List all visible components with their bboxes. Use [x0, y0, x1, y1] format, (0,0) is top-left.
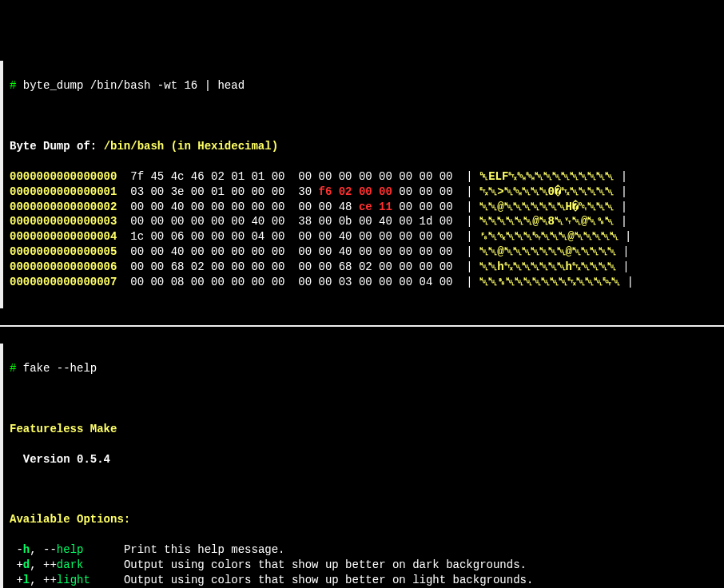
option-row: +l, ++light Output using colors that sho… [10, 573, 718, 588]
address: 0000000000000003 [10, 215, 117, 228]
dump-title: Byte Dump of: /bin/bash (in Hexidecimal) [10, 139, 718, 154]
ascii-column: ␃␀>␀␁␀␀␀0�␂␀␀␀␀␀ [473, 185, 621, 198]
terminal-output: # byte_dump /bin/bash -wt 16 | head Byte… [0, 61, 724, 308]
long-option: light [57, 574, 110, 586]
address: 0000000000000006 [10, 260, 117, 273]
program-title: Featureless Make [10, 422, 718, 437]
option-description: Output using colors that show up better … [124, 574, 533, 586]
options-heading: Available Options: [10, 512, 718, 527]
hex-dump-row: 0000000000000003 00 00 00 00 00 00 40 00… [10, 214, 718, 229]
command-text: byte_dump /bin/bash -wt 16 | head [16, 79, 245, 92]
option-row: -h, --help Print this help message. [10, 542, 718, 558]
ascii-column: ␀␀␀␀␀␀@␀8␀␋␀@␀␝␀ [473, 215, 621, 228]
hex-dump-row: 0000000000000005 00 00 40 00 00 00 00 00… [10, 244, 718, 260]
ascii-column: ␀␀␈␀␀␀␀␀␀␀␃␀␀␀␄␀ [473, 276, 627, 288]
ascii-column: ␡ELF␂␁␁␀␀␀␀␀␀␀␀␀ [473, 170, 621, 183]
hex-dump-row: 0000000000000002 00 00 40 00 00 00 00 00… [10, 200, 718, 215]
short-option: h [23, 543, 30, 556]
hex-dump-table: 0000000000000000 7f 45 4c 46 02 01 01 00… [10, 169, 718, 290]
hex-dump-row: 0000000000000007 00 00 08 00 00 00 00 00… [10, 275, 718, 290]
command-line: # byte_dump /bin/bash -wt 16 | head [10, 78, 718, 93]
hex-dump-row: 0000000000000000 7f 45 4c 46 02 01 01 00… [10, 169, 718, 185]
short-option: l [23, 574, 30, 586]
blank-line [10, 391, 718, 407]
hex-dump-row: 0000000000000006 00 00 68 02 00 00 00 00… [10, 260, 718, 275]
ascii-column: ␀␀@␀␀␀␀␀␀␀H�␑␀␀␀ [473, 201, 621, 213]
command-text: fake --help [16, 362, 97, 375]
address: 0000000000000000 [10, 170, 117, 183]
hex-bytes: 03 00 3e 00 01 00 00 00 [130, 185, 284, 198]
address: 0000000000000004 [10, 230, 117, 243]
program-version: Version 0.5.4 [10, 452, 718, 467]
hex-dump-row: 0000000000000004 1c 00 06 00 00 00 04 00… [10, 229, 718, 244]
hex-bytes: 1c 00 06 00 00 00 04 00 [130, 230, 284, 243]
command-line: # fake --help [10, 361, 718, 376]
option-description: Output using colors that show up better … [124, 558, 527, 571]
separator-line [0, 325, 724, 327]
long-option: dark [57, 558, 110, 571]
option-description: Print this help message. [124, 543, 285, 556]
option-row: +d, ++dark Output using colors that show… [10, 558, 718, 573]
hex-bytes: 7f 45 4c 46 02 01 01 00 [130, 170, 284, 183]
address: 0000000000000002 [10, 201, 117, 213]
address: 0000000000000005 [10, 245, 117, 258]
long-option: help [57, 543, 110, 556]
address: 0000000000000001 [10, 185, 117, 198]
hex-bytes: 00 00 08 00 00 00 00 00 [130, 276, 284, 288]
hex-bytes: 00 00 00 00 00 00 40 00 [130, 215, 284, 228]
terminal-output: # fake --help Featureless Make Version 0… [0, 344, 724, 588]
hex-dump-row: 0000000000000001 03 00 3e 00 01 00 00 00… [10, 185, 718, 200]
hex-bytes: 00 00 68 02 00 00 00 00 [130, 260, 284, 273]
blank-line [10, 483, 718, 498]
options-list: -h, --help Print this help message. +d, … [10, 542, 718, 588]
blank-line [10, 109, 718, 124]
hex-bytes: 00 00 40 00 00 00 00 00 [130, 201, 284, 213]
hex-bytes: 00 00 40 00 00 00 00 00 [130, 245, 284, 258]
ascii-column: ␀␀h␂␀␀␀␀␀␀h␂␀␀␀␀ [473, 260, 623, 273]
address: 0000000000000007 [10, 276, 117, 288]
ascii-column: ␀␀@␀␀␀␀␀␀␀@␀␀␀␀␀ [473, 245, 623, 258]
ascii-column: ␜␀␆␀␀␀␄␀␀␀@␀␀␀␀␀ [473, 230, 625, 243]
short-option: d [23, 558, 30, 571]
